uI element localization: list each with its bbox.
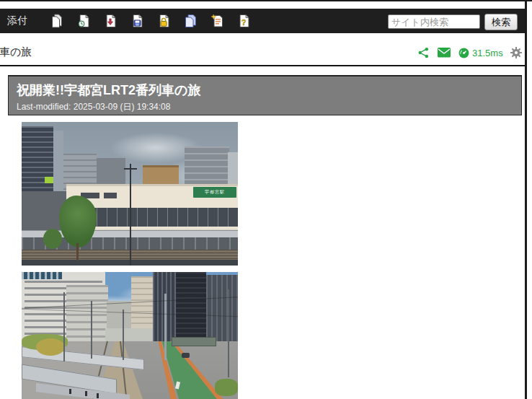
article-header: 祝開業!!宇都宮LRT2番列車の旅 Last-modified: 2025-03… (8, 75, 522, 115)
attach-link[interactable]: 添付 (7, 14, 27, 27)
tree-trunk (76, 243, 79, 260)
station-window (104, 193, 117, 198)
catenary-pole (123, 310, 124, 360)
page-copy-icon[interactable] (184, 14, 197, 28)
breadcrumb-page-path[interactable]: 車の旅 (0, 45, 32, 59)
utility-pole (130, 164, 131, 266)
horizontal-divider (0, 65, 526, 66)
small-tree (43, 229, 62, 249)
utsunomiya-station-photo: 宇都宮駅 (22, 122, 238, 266)
catenary-pole (63, 292, 65, 361)
light-pole (164, 294, 167, 360)
car (182, 353, 190, 358)
response-time-label: 31.5ms (472, 48, 503, 58)
rooftop-sign (22, 272, 62, 279)
page-title: 祝開業!!宇都宮LRT2番列車の旅 (17, 82, 521, 99)
right-greenery (215, 379, 238, 396)
pedestrian (69, 389, 71, 394)
gear-icon[interactable] (510, 46, 523, 59)
distant-buildings (105, 328, 153, 343)
right-window-border (525, 0, 527, 399)
page-history-icon[interactable] (77, 14, 90, 28)
catenary-pole (91, 301, 92, 359)
top-window-border (0, 0, 532, 1)
overhead-road-sign (172, 337, 216, 346)
svg-text:?: ? (241, 18, 247, 27)
catenary-pole (228, 289, 229, 377)
top-toolbar: 添付 ? 検索 (0, 9, 527, 33)
page-download-icon[interactable] (104, 14, 117, 28)
page-new-icon[interactable] (210, 14, 223, 28)
page-tools-bar: 31.5ms (418, 45, 523, 60)
second-building (66, 285, 108, 343)
station-sign: 宇都宮駅 (193, 187, 236, 198)
yellow-tree (36, 338, 65, 356)
wiki-page: 添付 ? 検索 車の旅 (0, 0, 532, 399)
page-save-icon[interactable] (130, 14, 143, 28)
pole-arm (124, 168, 137, 170)
search-input[interactable] (388, 14, 480, 29)
lrt-street-photo (22, 272, 238, 399)
share-icon[interactable] (418, 47, 429, 58)
mail-icon[interactable] (438, 48, 451, 58)
pedestrian (85, 391, 87, 396)
attach-file-icon[interactable] (50, 14, 63, 28)
last-modified-label: Last-modified: 2025-03-09 (日) 19:34:08 (17, 101, 521, 113)
page-freeze-icon[interactable] (157, 14, 170, 28)
gauge-icon[interactable] (458, 48, 469, 58)
page-help-icon[interactable]: ? (237, 14, 250, 28)
pedestrian (97, 393, 99, 398)
search-button[interactable]: 検索 (484, 14, 518, 30)
small-green-sign (45, 177, 53, 183)
